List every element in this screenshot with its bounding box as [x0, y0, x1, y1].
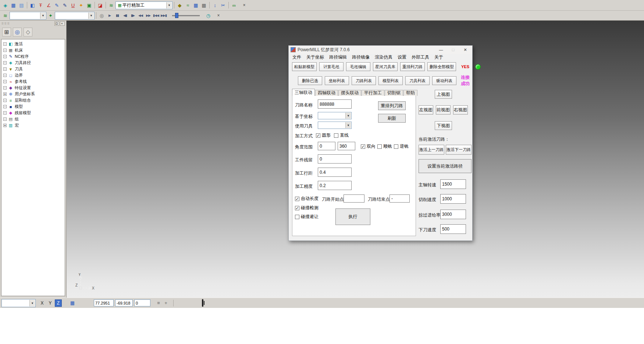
bulb-icon[interactable]: ◎: [98, 12, 106, 20]
drive-list-button[interactable]: 驱动列表: [432, 76, 456, 85]
tree-item-macro[interactable]: +▥宏: [1, 122, 65, 129]
skim-feed-input[interactable]: [440, 210, 466, 219]
view-right-button[interactable]: 右视图: [453, 105, 468, 115]
tree-expander-icon[interactable]: -: [3, 80, 7, 83]
grid-icon[interactable]: ▦: [69, 299, 76, 307]
spindle-speed-input[interactable]: [440, 179, 466, 189]
chevron-down-icon[interactable]: ▾: [40, 13, 46, 19]
checkbox-box[interactable]: [295, 197, 299, 201]
tab-saw[interactable]: 切割锯: [385, 90, 403, 96]
line-checkbox[interactable]: 直线: [334, 132, 349, 138]
tree-item-nc-program[interactable]: -✎NC程序: [1, 53, 65, 60]
pause-button[interactable]: ▮▮: [114, 12, 121, 19]
delete-selected-button[interactable]: 删除已选: [298, 76, 322, 85]
menu-external-tools[interactable]: 外部工具: [409, 54, 432, 61]
menu-about[interactable]: 关于: [432, 54, 446, 61]
checkbox-box[interactable]: [361, 144, 365, 149]
chevron-down-icon[interactable]: ▾: [345, 113, 351, 119]
toolbar-close-button[interactable]: ×: [241, 3, 247, 8]
axis-z-button[interactable]: Z: [55, 299, 62, 307]
panel-close-icon[interactable]: ×: [60, 21, 65, 26]
panel-float-icon[interactable]: ⊡: [54, 21, 59, 26]
tree-item-feature-set[interactable]: -◆特征设置: [1, 85, 65, 91]
tree-expander-icon[interactable]: -: [3, 61, 7, 64]
toolpath-combobox[interactable]: ▾: [10, 12, 46, 20]
climb-mill-checkbox[interactable]: 顺铣: [377, 143, 392, 150]
activate-prev-button[interactable]: 激活上一刀路: [419, 145, 444, 155]
save-icon[interactable]: ▦: [10, 1, 17, 9]
menu-render-sim[interactable]: 渲染仿真: [372, 54, 395, 61]
tree-expander-icon[interactable]: -: [3, 67, 7, 71]
chevron-down-icon[interactable]: ▾: [29, 300, 35, 306]
based-coord-combobox[interactable]: ▾: [318, 112, 352, 119]
toolbar-close-button[interactable]: ×: [216, 13, 221, 18]
checkbox-box[interactable]: [316, 133, 320, 138]
coord-x-field[interactable]: 77.2951: [94, 299, 114, 306]
cursor-icon[interactable]: +: [162, 299, 170, 307]
tree-item-group[interactable]: -▤组: [1, 116, 65, 122]
block-tool-icon[interactable]: ◧: [29, 1, 36, 9]
plunge-speed-input[interactable]: [440, 224, 466, 234]
spark-tool-icon[interactable]: ✦: [77, 1, 85, 9]
stack-icon[interactable]: ≋: [1, 12, 9, 20]
menu-file[interactable]: 文件: [290, 54, 304, 61]
tree-item-boundary[interactable]: -□边界: [1, 72, 65, 78]
simulation-speed-slider[interactable]: [172, 12, 200, 19]
tab-help[interactable]: 帮助: [403, 90, 417, 96]
tree-item-model[interactable]: -■模型: [1, 103, 65, 110]
hierarchy-icon[interactable]: ⊞: [2, 28, 11, 36]
tool-list-button[interactable]: 刀具列表: [405, 76, 430, 85]
checkbox-box[interactable]: [334, 133, 338, 138]
view-left-button[interactable]: 左视图: [419, 105, 433, 115]
paste-model-button[interactable]: 粘贴新模型: [292, 62, 317, 71]
print-icon[interactable]: ▤: [18, 1, 25, 9]
rearrange-button[interactable]: 重排列刀路: [378, 101, 406, 110]
collision-avoid-checkbox[interactable]: 碰撞避让: [295, 214, 319, 220]
menu-settings[interactable]: 设置: [395, 54, 409, 61]
device-icon[interactable]: [202, 300, 203, 306]
tree-item-toolpath[interactable]: -◈刀具路径: [1, 60, 65, 66]
tree-item-machine[interactable]: -▦机床: [1, 47, 65, 53]
view-bottom-button[interactable]: 下视图: [435, 121, 452, 130]
tree-expander-icon[interactable]: +: [3, 124, 7, 127]
hammer-tool-icon[interactable]: ◆: [176, 1, 184, 9]
ink-tool-icon[interactable]: ◪: [96, 1, 104, 9]
execute-button[interactable]: 执行: [335, 208, 370, 225]
chevron-down-icon[interactable]: ▾: [345, 122, 351, 128]
conventional-mill-checkbox[interactable]: 逆铣: [394, 143, 409, 150]
tree-expander-icon[interactable]: -: [3, 49, 7, 52]
scissors-icon[interactable]: ✂: [219, 1, 227, 9]
fast-forward-button[interactable]: ▶▶: [145, 12, 152, 19]
layer-group-icon[interactable]: ▣: [85, 1, 93, 9]
tool-library-button[interactable]: 星河刀具库: [373, 62, 398, 71]
checkbox-box[interactable]: [377, 144, 382, 149]
block-edit-button[interactable]: 毛坯编辑: [346, 62, 370, 71]
collision-check-checkbox[interactable]: 碰撞检测: [295, 205, 319, 211]
snap-icon[interactable]: ≡: [155, 299, 162, 307]
underline-tool-icon[interactable]: U: [69, 1, 77, 9]
menu-path-mirror[interactable]: 路径镜像: [349, 54, 372, 61]
tree-expander-icon[interactable]: -: [3, 99, 7, 102]
view-top-button[interactable]: 上视图: [435, 90, 452, 99]
tab-parallel[interactable]: 平行加工: [362, 90, 384, 96]
start-point-input[interactable]: [344, 194, 364, 203]
tree-expander-icon[interactable]: -: [3, 117, 7, 121]
stack-icon[interactable]: ≋: [107, 1, 115, 9]
axis-x-button[interactable]: X: [39, 299, 46, 307]
auto-length-checkbox[interactable]: 自动长度: [295, 196, 319, 202]
tree-expander-icon[interactable]: -: [3, 111, 7, 115]
go-end-button[interactable]: ▶▶▮: [160, 12, 167, 19]
toolpath-name-input[interactable]: [318, 99, 352, 109]
angle-to-input[interactable]: [338, 142, 355, 150]
step-back-button[interactable]: ◀▮: [121, 12, 129, 19]
bidirectional-checkbox[interactable]: 双向: [361, 143, 376, 150]
shield-icon[interactable]: ◇: [24, 28, 32, 36]
globe-icon[interactable]: ◎: [13, 28, 22, 36]
go-start-button[interactable]: ▮◀◀: [152, 12, 160, 19]
slider-handle[interactable]: [175, 13, 178, 18]
coord-z-field[interactable]: 0: [134, 299, 150, 306]
rewind-button[interactable]: ◀◀: [137, 12, 144, 19]
angle-from-input[interactable]: [318, 142, 335, 150]
stock-input[interactable]: [318, 154, 352, 164]
tolerance-input[interactable]: [318, 181, 352, 190]
